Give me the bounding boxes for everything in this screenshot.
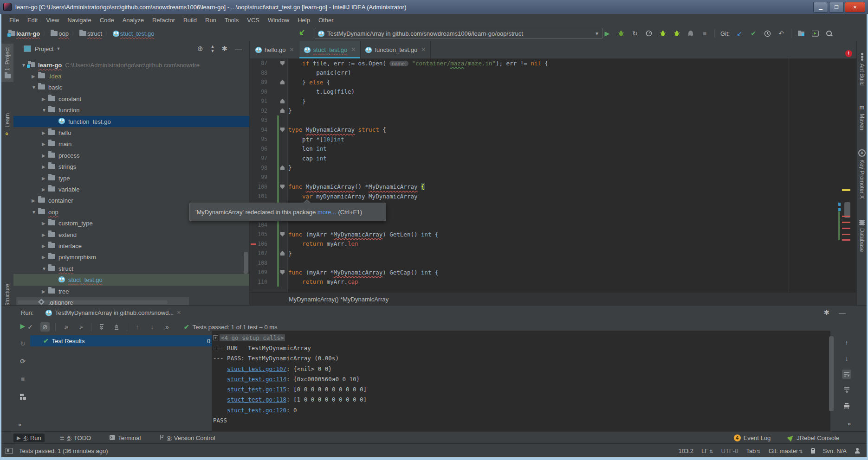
expand-fold-icon[interactable]: + bbox=[213, 335, 218, 340]
git-branch-select[interactable]: Git: master⇅ bbox=[769, 447, 803, 454]
file-encoding[interactable]: UTF-8 bbox=[721, 447, 738, 454]
code-line-88[interactable]: 88 panic(err) bbox=[250, 68, 857, 78]
error-stripe-red-mark[interactable] bbox=[842, 216, 850, 217]
collapse-all-button[interactable] bbox=[112, 322, 121, 332]
tree-closed-arrow-icon[interactable]: ▶ bbox=[42, 96, 48, 102]
tree-row-constant[interactable]: ▶constant bbox=[13, 93, 249, 104]
next-failed-button[interactable]: ↓ bbox=[148, 322, 157, 332]
rerun-failed-button[interactable]: ↻ bbox=[18, 339, 27, 348]
stripe-maven[interactable]: mMaven bbox=[857, 100, 867, 134]
line-separator-select[interactable]: LF⇅ bbox=[701, 447, 713, 454]
close-button[interactable]: ✕ bbox=[845, 2, 865, 13]
tree-closed-arrow-icon[interactable]: ▶ bbox=[42, 164, 48, 169]
error-stripe-red-mark[interactable] bbox=[842, 239, 850, 241]
tree-row-process[interactable]: ▶process bbox=[13, 150, 249, 161]
maximize-button[interactable]: ❐ bbox=[829, 2, 844, 13]
fold-marker-icon[interactable] bbox=[280, 109, 285, 113]
inspections-error-indicator[interactable]: ! bbox=[845, 50, 852, 57]
test-results-row[interactable]: ✔ Test Results 0 ms bbox=[30, 335, 225, 346]
fold-marker-icon[interactable] bbox=[280, 128, 285, 132]
tree-closed-arrow-icon[interactable]: ▶ bbox=[42, 289, 48, 294]
console-scrollbar[interactable] bbox=[829, 336, 834, 411]
jrebel-debug-button[interactable] bbox=[673, 29, 681, 38]
breadcrumb-item-oop[interactable]: oop bbox=[58, 30, 69, 37]
menu-window[interactable]: Window bbox=[264, 14, 293, 26]
stripe-ant-build[interactable]: Ant Build bbox=[857, 49, 867, 89]
tree-row-variable[interactable]: ▶variable bbox=[13, 184, 249, 195]
previous-failed-button[interactable]: ↑ bbox=[133, 322, 142, 332]
scroll-down-icon[interactable]: ↓ bbox=[842, 354, 851, 363]
console-file-link[interactable]: stuct_test.go:115 bbox=[227, 386, 286, 393]
close-icon[interactable]: ✕ bbox=[421, 46, 426, 53]
tree-row-tree[interactable]: ▶tree bbox=[13, 286, 249, 297]
menu-view[interactable]: View bbox=[42, 14, 63, 26]
code-line-107[interactable]: 107} bbox=[250, 249, 857, 258]
hide-panel-icon[interactable]: — bbox=[235, 45, 242, 53]
console-file-link[interactable]: stuct_test.go:118 bbox=[227, 396, 286, 403]
scroll-to-end-button[interactable] bbox=[842, 385, 851, 395]
svn-status[interactable]: Svn: N/A bbox=[823, 447, 847, 454]
jrebel-run-button[interactable] bbox=[659, 29, 667, 38]
editor-tab-hello.go[interactable]: hello.go✕ bbox=[251, 41, 299, 58]
tree-closed-arrow-icon[interactable]: ▶ bbox=[42, 130, 48, 135]
code-line-89[interactable]: 89 } else { bbox=[250, 77, 857, 87]
tree-row-type[interactable]: ▶type bbox=[13, 172, 249, 184]
tree-row-struct[interactable]: ▼struct bbox=[13, 263, 249, 274]
tree-closed-arrow-icon[interactable]: ▶ bbox=[42, 255, 48, 260]
jrebel-console-button[interactable]: JRebel Console bbox=[785, 434, 842, 442]
tree-closed-arrow-icon[interactable]: ▶ bbox=[32, 74, 38, 79]
close-icon[interactable]: ✕ bbox=[351, 46, 356, 53]
fold-marker-icon[interactable] bbox=[280, 270, 285, 275]
editor-tab-stuct_test.go[interactable]: stuct_test.go✕ bbox=[299, 41, 361, 58]
more-actions-icon[interactable]: » bbox=[162, 322, 172, 332]
tree-row-strings[interactable]: ▶strings bbox=[13, 161, 249, 172]
breadcrumb-item-struct[interactable]: struct bbox=[87, 30, 102, 37]
console-file-link[interactable]: stuct_test.go:120 bbox=[227, 407, 286, 414]
tree-row-function[interactable]: ▼function bbox=[13, 105, 249, 116]
tooltip-more-link[interactable]: more... bbox=[317, 209, 336, 216]
console-file-link[interactable]: stuct_test.go:107 bbox=[227, 365, 286, 372]
menu-file[interactable]: File bbox=[5, 14, 23, 26]
error-stripe-red-mark[interactable] bbox=[842, 222, 850, 223]
menu-help[interactable]: Help bbox=[293, 14, 314, 26]
soft-wrap-button[interactable] bbox=[842, 370, 851, 379]
code-line-110[interactable]: 110 return myArr.cap bbox=[250, 277, 857, 287]
fold-marker-icon[interactable] bbox=[280, 185, 285, 189]
run-button[interactable]: ▶ bbox=[603, 29, 611, 38]
fold-marker-icon[interactable] bbox=[280, 166, 285, 170]
stripe-key-promoter[interactable]: ✕Key Promoter X bbox=[857, 146, 867, 203]
toolwindow-terminal-button[interactable]: Terminal bbox=[106, 434, 144, 442]
profiler-button[interactable] bbox=[645, 29, 653, 38]
breadcrumb-item-learn-go[interactable]: learn-go bbox=[16, 30, 40, 37]
tree-closed-arrow-icon[interactable]: ▶ bbox=[42, 187, 48, 192]
tree-row-hello[interactable]: ▶hello bbox=[13, 127, 249, 138]
code-line-91[interactable]: 91 } bbox=[250, 96, 857, 106]
toolwindow-todo-button[interactable]: ☰ 6: TODO bbox=[57, 434, 94, 442]
tree-open-arrow-icon[interactable]: ▼ bbox=[42, 108, 48, 113]
project-tree-vertical-scrollbar[interactable] bbox=[244, 252, 248, 274]
caret-position[interactable]: 103:2 bbox=[678, 447, 693, 454]
error-stripe-yellow-mark[interactable] bbox=[842, 189, 850, 191]
hide-panel-icon[interactable]: — bbox=[839, 308, 846, 316]
error-stripe-red-mark[interactable] bbox=[842, 234, 850, 235]
code-line-109[interactable]: 109func (myArr *MyDynamicArray) GetCap()… bbox=[250, 268, 857, 277]
close-icon[interactable]: ✕ bbox=[176, 309, 181, 316]
code-line-98[interactable]: 98} bbox=[250, 163, 857, 173]
gear-icon[interactable]: ✱ bbox=[823, 308, 829, 317]
editor-tab-function_test.go[interactable]: function_test.go✕ bbox=[361, 41, 431, 58]
menu-code[interactable]: Code bbox=[96, 14, 118, 26]
code-line-96[interactable]: 96 len int bbox=[250, 144, 857, 154]
code-line-100[interactable]: 100func MyDynamicArray() *MyDynamicArray… bbox=[250, 182, 857, 192]
tree-closed-arrow-icon[interactable]: ▶ bbox=[42, 221, 48, 226]
minimize-button[interactable]: ▁ bbox=[813, 2, 828, 13]
menu-vcs[interactable]: VCS bbox=[243, 14, 264, 26]
toggle-auto-test-button[interactable]: ⟳ bbox=[18, 357, 27, 366]
error-stripe-red-mark[interactable] bbox=[842, 228, 850, 229]
restore-layout-button[interactable] bbox=[18, 392, 27, 401]
stripe-project[interactable]: 1: Project bbox=[1, 44, 13, 82]
fold-marker-icon[interactable] bbox=[280, 61, 285, 65]
code-line-94[interactable]: 94type MyDynamicArray struct { bbox=[250, 125, 857, 135]
tree-closed-arrow-icon[interactable]: ▶ bbox=[42, 243, 48, 249]
hector-highlighting-icon[interactable] bbox=[855, 448, 860, 454]
code-line-104[interactable]: 104 bbox=[250, 220, 857, 230]
